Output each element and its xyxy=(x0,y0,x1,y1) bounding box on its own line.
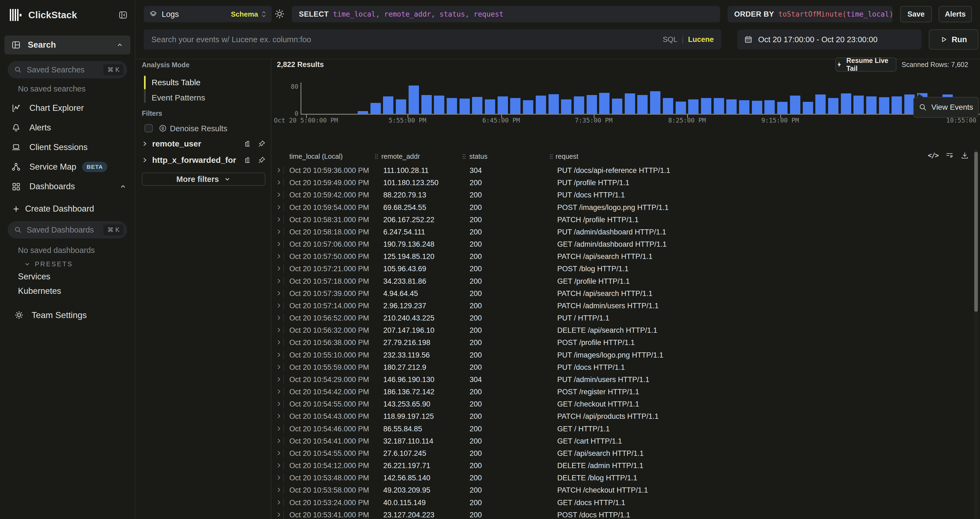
pin-icon[interactable] xyxy=(258,156,266,164)
chart-bar[interactable] xyxy=(485,99,495,114)
row-expand-icon[interactable] xyxy=(276,204,282,210)
resume-live-tail-button[interactable]: Resume Live Tail xyxy=(835,57,896,72)
table-row[interactable]: Oct 20 10:56:38.000 PM 27.79.216.198 200… xyxy=(271,336,980,349)
table-row[interactable]: Oct 20 10:54:12.000 PM 26.221.197.71 200… xyxy=(271,459,980,471)
chart-bar[interactable] xyxy=(650,91,660,114)
table-row[interactable]: Oct 20 10:54:29.000 PM 146.96.190.130 30… xyxy=(271,373,980,385)
column-header-time-local[interactable]: time_local (Local) xyxy=(290,153,343,161)
run-button[interactable]: Run xyxy=(929,29,978,49)
table-row[interactable]: Oct 20 10:57:50.000 PM 125.194.85.120 20… xyxy=(271,250,980,263)
row-expand-icon[interactable] xyxy=(276,167,282,173)
row-expand-icon[interactable] xyxy=(276,266,282,271)
drag-handle-icon[interactable] xyxy=(549,153,553,160)
chart-bar[interactable] xyxy=(549,94,559,114)
gear-icon[interactable] xyxy=(274,8,285,20)
table-row[interactable]: Oct 20 10:53:24.000 PM 40.0.115.149 200 … xyxy=(271,497,980,509)
chart-bar[interactable] xyxy=(764,100,775,114)
scrollbar-thumb[interactable] xyxy=(974,152,978,312)
select-clause-input[interactable]: SELECT time_local, remote_addr, status, … xyxy=(292,6,720,22)
chart-bar[interactable] xyxy=(815,94,826,114)
table-row[interactable]: Oct 20 10:57:39.000 PM 4.94.64.45 200 PA… xyxy=(271,287,980,299)
create-dashboard-button[interactable]: + Create Dashboard xyxy=(13,202,94,215)
row-expand-icon[interactable] xyxy=(276,438,282,444)
view-events-tooltip[interactable]: View Events xyxy=(913,97,978,118)
filter-field-remote-user[interactable]: remote_user xyxy=(142,137,266,150)
sidebar-item-service-map[interactable]: Service Map BETA xyxy=(11,160,127,174)
sidebar-item-client-sessions[interactable]: Client Sessions xyxy=(11,140,127,154)
table-row[interactable]: Oct 20 10:55:10.000 PM 232.33.119.56 200… xyxy=(271,349,980,361)
preset-item-services[interactable]: Services xyxy=(18,272,50,282)
row-expand-icon[interactable] xyxy=(276,217,282,223)
row-expand-icon[interactable] xyxy=(276,401,282,407)
column-header-request[interactable]: request xyxy=(555,153,578,161)
chart-bar[interactable] xyxy=(574,96,584,114)
row-expand-icon[interactable] xyxy=(276,290,282,296)
filter-field-http-x-forwarded-for[interactable]: http_x_forwarded_for xyxy=(142,154,266,166)
chart-bar[interactable] xyxy=(777,102,788,114)
preset-item-kubernetes[interactable]: Kubernetes xyxy=(18,286,61,296)
wrap-lines-icon[interactable] xyxy=(945,151,954,159)
table-row[interactable]: Oct 20 10:59:54.000 PM 69.68.254.55 200 … xyxy=(271,201,980,213)
chart-bar[interactable] xyxy=(625,93,635,114)
drag-handle-icon[interactable] xyxy=(462,153,466,160)
chart-bar[interactable] xyxy=(523,100,533,114)
row-expand-icon[interactable] xyxy=(276,499,282,505)
sidebar-collapse-icon[interactable] xyxy=(118,10,128,20)
table-row[interactable]: Oct 20 10:58:18.000 PM 6.247.54.111 200 … xyxy=(271,226,980,238)
row-expand-icon[interactable] xyxy=(276,241,282,247)
table-row[interactable]: Oct 20 10:53:48.000 PM 142.56.85.140 200… xyxy=(271,471,980,484)
row-expand-icon[interactable] xyxy=(276,339,282,345)
table-row[interactable]: Oct 20 10:54:43.000 PM 118.99.197.125 20… xyxy=(271,410,980,422)
table-row[interactable]: Oct 20 10:57:18.000 PM 34.233.81.86 200 … xyxy=(271,275,980,287)
table-row[interactable]: Oct 20 10:57:14.000 PM 2.96.129.237 200 … xyxy=(271,299,980,312)
chart-bar[interactable] xyxy=(663,98,673,114)
row-expand-icon[interactable] xyxy=(276,278,282,284)
chart-bar[interactable] xyxy=(561,99,571,114)
row-expand-icon[interactable] xyxy=(276,192,282,198)
row-expand-icon[interactable] xyxy=(276,413,282,419)
table-row[interactable]: Oct 20 10:56:52.000 PM 210.240.43.225 20… xyxy=(271,312,980,324)
row-expand-icon[interactable] xyxy=(276,487,282,493)
presets-toggle[interactable]: PRESETS xyxy=(24,259,73,269)
chart-bar[interactable] xyxy=(726,99,737,114)
table-row[interactable]: Oct 20 10:55:59.000 PM 180.27.212.9 200 … xyxy=(271,361,980,373)
orderby-clause-input[interactable]: ORDER BY toStartOfMinute(time_local) DES… xyxy=(728,6,892,22)
table-row[interactable]: Oct 20 10:54:46.000 PM 86.55.84.85 200 G… xyxy=(271,423,980,435)
row-expand-icon[interactable] xyxy=(276,302,282,309)
mode-results-table[interactable]: Results Table xyxy=(152,78,200,87)
sidebar-item-search[interactable]: Search xyxy=(4,35,130,54)
saved-dashboards-input[interactable]: Saved Dashboards ⌘ K xyxy=(8,221,127,239)
sidebar-item-dashboards[interactable]: Dashboards xyxy=(11,180,127,193)
table-row[interactable]: Oct 20 10:54:42.000 PM 186.136.72.142 20… xyxy=(271,385,980,398)
drag-handle-icon[interactable] xyxy=(375,153,379,160)
table-row[interactable]: Oct 20 10:58:31.000 PM 206.167.252.22 20… xyxy=(271,213,980,226)
chart-bar[interactable] xyxy=(790,96,800,114)
table-row[interactable]: Oct 20 10:54:55.000 PM 27.6.107.245 200 … xyxy=(271,447,980,459)
bar-chart-icon[interactable] xyxy=(244,140,252,148)
table-row[interactable]: Oct 20 10:56:32.000 PM 207.147.196.10 20… xyxy=(271,324,980,336)
chart-bar[interactable] xyxy=(891,96,902,114)
row-expand-icon[interactable] xyxy=(276,253,282,259)
chart-bar[interactable] xyxy=(447,98,457,114)
row-expand-icon[interactable] xyxy=(276,229,282,235)
chart-bar[interactable] xyxy=(396,99,406,114)
chart-bar[interactable] xyxy=(612,99,622,114)
row-expand-icon[interactable] xyxy=(276,327,282,333)
saved-searches-input[interactable]: Saved Searches ⌘ K xyxy=(8,61,127,78)
column-header-status[interactable]: status xyxy=(469,153,488,161)
chart-bar[interactable] xyxy=(383,96,393,114)
source-selector[interactable]: Logs Schema xyxy=(144,6,272,22)
chart-bar[interactable] xyxy=(866,96,877,114)
sidebar-item-alerts[interactable]: Alerts xyxy=(11,121,127,135)
chart-bar[interactable] xyxy=(422,95,432,114)
row-expand-icon[interactable] xyxy=(276,180,282,185)
sidebar-item-chart-explorer[interactable]: Chart Explorer xyxy=(11,101,127,115)
bar-chart-icon[interactable] xyxy=(244,156,252,164)
table-row[interactable]: Oct 20 10:57:06.000 PM 190.79.136.248 20… xyxy=(271,238,980,250)
chart-bar[interactable] xyxy=(879,97,889,114)
chart-bar[interactable] xyxy=(853,96,864,114)
more-filters-button[interactable]: More filters xyxy=(142,173,266,186)
table-row[interactable]: Oct 20 10:54:55.000 PM 143.253.65.90 200… xyxy=(271,398,980,410)
row-expand-icon[interactable] xyxy=(276,426,282,431)
alerts-button[interactable]: Alerts xyxy=(939,6,972,22)
